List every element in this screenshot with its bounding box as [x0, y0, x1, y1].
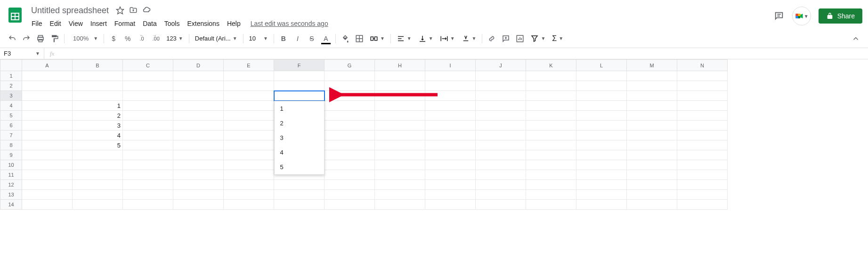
dropdown-item[interactable]: 3 — [275, 131, 324, 145]
bold-button[interactable]: B — [277, 32, 290, 45]
cell-I14[interactable] — [425, 200, 476, 210]
cell-M2[interactable] — [627, 81, 677, 91]
cell-H4[interactable] — [375, 101, 425, 111]
row-header[interactable]: 5 — [0, 111, 22, 121]
row-header[interactable]: 2 — [0, 81, 22, 91]
cell-K8[interactable] — [526, 140, 576, 150]
col-header[interactable]: N — [677, 60, 728, 71]
italic-button[interactable]: I — [291, 32, 304, 45]
cell-H13[interactable] — [375, 190, 425, 200]
cell-C6[interactable] — [123, 121, 173, 131]
cell-G3[interactable] — [324, 91, 375, 101]
row-header[interactable]: 6 — [0, 121, 22, 131]
cell-D6[interactable] — [173, 121, 224, 131]
cell-B10[interactable] — [73, 160, 123, 170]
cell-G7[interactable] — [324, 131, 375, 140]
cell-M5[interactable] — [627, 111, 677, 121]
col-header[interactable]: D — [173, 60, 224, 71]
cell-K3[interactable] — [526, 91, 576, 101]
cell-K7[interactable] — [526, 131, 576, 140]
undo-button[interactable] — [6, 32, 19, 45]
more-formats-button[interactable]: 123▼ — [163, 35, 186, 42]
cell-K1[interactable] — [526, 71, 576, 81]
cell-F13[interactable] — [274, 190, 324, 200]
col-header[interactable]: L — [576, 60, 627, 71]
cell-B13[interactable] — [73, 190, 123, 200]
row-header[interactable]: 8 — [0, 140, 22, 150]
dropdown-item[interactable]: 4 — [275, 145, 324, 160]
col-header[interactable]: A — [22, 60, 73, 71]
dropdown-item[interactable]: 1 — [275, 101, 324, 116]
cell-K10[interactable] — [526, 160, 576, 170]
cell-L11[interactable] — [576, 170, 627, 180]
cell-N1[interactable] — [677, 71, 728, 81]
col-header[interactable]: H — [375, 60, 425, 71]
row-header[interactable]: 11 — [0, 170, 22, 180]
cell-J9[interactable] — [476, 150, 526, 160]
cell-I9[interactable] — [425, 150, 476, 160]
cell-G6[interactable] — [324, 121, 375, 131]
cell-B12[interactable] — [73, 180, 123, 190]
cell-C11[interactable] — [123, 170, 173, 180]
cell-K9[interactable] — [526, 150, 576, 160]
cloud-status-icon[interactable] — [142, 6, 151, 15]
cell-A12[interactable] — [22, 180, 73, 190]
row-header[interactable]: 4 — [0, 101, 22, 111]
cell-M8[interactable] — [627, 140, 677, 150]
cell-B14[interactable] — [73, 200, 123, 210]
cell-L8[interactable] — [576, 140, 627, 150]
font-size-select[interactable]: 10▼ — [246, 35, 271, 42]
cell-I2[interactable] — [425, 81, 476, 91]
cell-C13[interactable] — [123, 190, 173, 200]
cell-E5[interactable] — [224, 111, 274, 121]
cell-I4[interactable] — [425, 101, 476, 111]
cell-L4[interactable] — [576, 101, 627, 111]
cell-A14[interactable] — [22, 200, 73, 210]
cell-C7[interactable] — [123, 131, 173, 140]
cell-A11[interactable] — [22, 170, 73, 180]
text-color-button[interactable]: A — [319, 32, 333, 45]
cell-L5[interactable] — [576, 111, 627, 121]
cell-C8[interactable] — [123, 140, 173, 150]
name-box[interactable]: F3 ▼ — [0, 48, 44, 59]
cell-G13[interactable] — [324, 190, 375, 200]
meet-button[interactable]: ▼ — [792, 7, 811, 25]
cell-E11[interactable] — [224, 170, 274, 180]
menu-file[interactable]: File — [28, 18, 46, 29]
insert-comment-button[interactable] — [499, 32, 512, 45]
col-header[interactable]: E — [224, 60, 274, 71]
cell-E6[interactable] — [224, 121, 274, 131]
cell-A4[interactable] — [22, 101, 73, 111]
cell-D4[interactable] — [173, 101, 224, 111]
cell-G9[interactable] — [324, 150, 375, 160]
menu-extensions[interactable]: Extensions — [184, 18, 222, 29]
col-header[interactable]: B — [73, 60, 123, 71]
redo-button[interactable] — [20, 32, 33, 45]
cell-A6[interactable] — [22, 121, 73, 131]
cell-M13[interactable] — [627, 190, 677, 200]
cell-J7[interactable] — [476, 131, 526, 140]
menu-format[interactable]: Format — [111, 18, 138, 29]
cell-G5[interactable] — [324, 111, 375, 121]
cell-A13[interactable] — [22, 190, 73, 200]
col-header[interactable]: F — [274, 60, 324, 71]
cell-N8[interactable] — [677, 140, 728, 150]
cell-G4[interactable] — [324, 101, 375, 111]
cell-H8[interactable] — [375, 140, 425, 150]
cell-G8[interactable] — [324, 140, 375, 150]
cell-J14[interactable] — [476, 200, 526, 210]
cell-I1[interactable] — [425, 71, 476, 81]
cell-B8[interactable]: 5 — [73, 140, 123, 150]
doc-title[interactable]: Untitled spreadsheet — [28, 5, 112, 16]
cell-K14[interactable] — [526, 200, 576, 210]
cell-N12[interactable] — [677, 180, 728, 190]
text-wrap-button[interactable]: ▼ — [437, 34, 458, 43]
cell-I13[interactable] — [425, 190, 476, 200]
cell-N9[interactable] — [677, 150, 728, 160]
cell-C12[interactable] — [123, 180, 173, 190]
cell-D10[interactable] — [173, 160, 224, 170]
cell-N7[interactable] — [677, 131, 728, 140]
cell-M12[interactable] — [627, 180, 677, 190]
cell-M10[interactable] — [627, 160, 677, 170]
cell-J2[interactable] — [476, 81, 526, 91]
